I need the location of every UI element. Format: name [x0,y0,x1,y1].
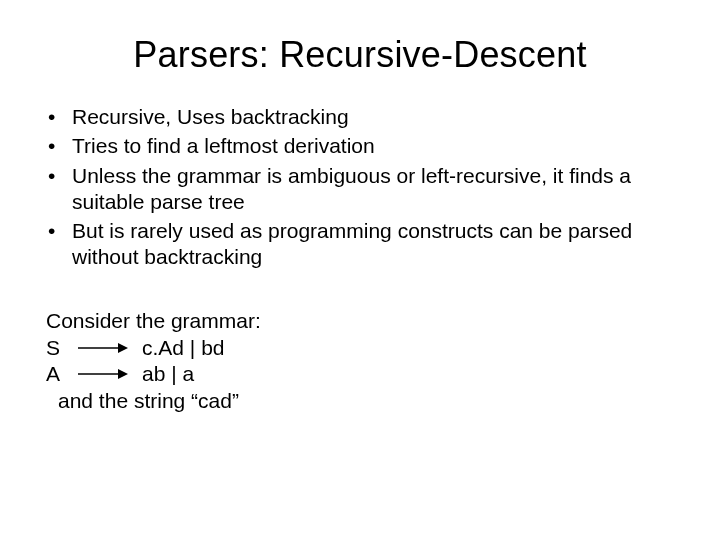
bullet-text: But is rarely used as programming constr… [72,218,674,271]
svg-marker-3 [118,369,128,379]
grammar-lhs: S [46,334,76,362]
bullet-dot-icon: • [46,163,72,216]
grammar-rule: A ab | a [46,361,674,387]
grammar-rhs: ab | a [136,360,194,388]
bullet-text: Tries to find a leftmost derivation [72,133,674,159]
bullet-text: Unless the grammar is ambiguous or left-… [72,163,674,216]
bullet-dot-icon: • [46,104,72,130]
bullet-list: • Recursive, Uses backtracking • Tries t… [40,104,680,271]
slide-title: Parsers: Recursive-Descent [40,34,680,76]
bullet-item: • Tries to find a leftmost derivation [46,133,674,159]
bullet-dot-icon: • [46,133,72,159]
grammar-block: Consider the grammar: S c.Ad | bd A ab |… [40,307,680,416]
bullet-dot-icon: • [46,218,72,271]
bullet-item: • But is rarely used as programming cons… [46,218,674,271]
bullet-text: Recursive, Uses backtracking [72,104,674,130]
grammar-intro: Consider the grammar: [46,307,674,335]
bullet-item: • Recursive, Uses backtracking [46,104,674,130]
grammar-rule: S c.Ad | bd [46,335,674,361]
grammar-lhs: A [46,360,76,388]
svg-marker-1 [118,343,128,353]
arrow-icon [76,367,136,381]
bullet-item: • Unless the grammar is ambiguous or lef… [46,163,674,216]
grammar-footer: and the string “cad” [46,387,674,415]
arrow-icon [76,341,136,355]
grammar-rhs: c.Ad | bd [136,334,225,362]
slide: Parsers: Recursive-Descent • Recursive, … [0,0,720,540]
